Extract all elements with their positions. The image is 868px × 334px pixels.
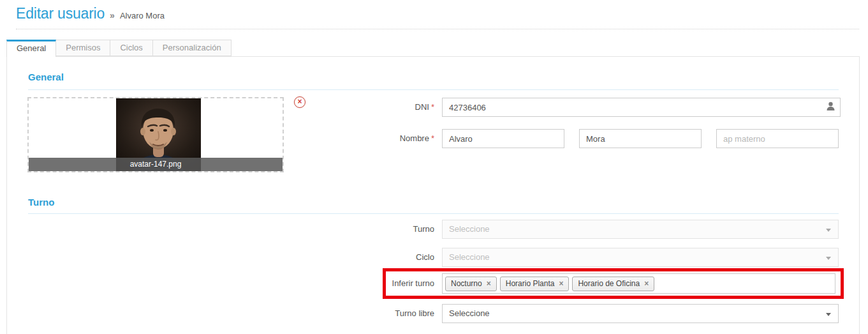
paternal-lastname-input[interactable] (579, 129, 702, 148)
close-icon: × (297, 97, 302, 106)
nombre-label: Nombre* (281, 129, 434, 148)
turno-select[interactable]: Seleccione (442, 220, 839, 239)
breadcrumb: Alvaro Mora (120, 11, 165, 20)
page-title: Editar usuario (16, 5, 105, 22)
remove-tag-icon[interactable]: × (644, 280, 649, 287)
section-heading-general: General (28, 72, 64, 82)
chevron-down-icon (826, 257, 831, 260)
tag-horario-planta[interactable]: Horario Planta × (500, 277, 570, 291)
first-name-input[interactable] (442, 129, 564, 148)
turno-libre-select[interactable]: Seleccione (442, 304, 839, 323)
required-marker: * (431, 102, 434, 112)
avatar-filename-bar: avatar-147.png (29, 158, 283, 171)
remove-avatar-button[interactable]: × (294, 96, 305, 108)
section-divider (28, 213, 839, 214)
dni-input[interactable] (442, 98, 841, 117)
header-divider (16, 29, 859, 29)
section-divider (28, 89, 839, 90)
tab-ciclos[interactable]: Ciclos (110, 40, 152, 56)
tab-bar: General Permisos Ciclos Personalización (6, 40, 232, 57)
chevron-down-icon (826, 313, 831, 316)
avatar-dropzone[interactable]: avatar-147.png (27, 97, 284, 172)
tab-permisos[interactable]: Permisos (55, 40, 110, 56)
tab-general[interactable]: General (6, 40, 56, 57)
breadcrumb-separator: » (110, 10, 115, 20)
remove-tag-icon[interactable]: × (559, 280, 563, 287)
page-header: Editar usuario » Alvaro Mora (16, 5, 165, 22)
required-marker: * (431, 133, 434, 143)
remove-tag-icon[interactable]: × (487, 280, 491, 287)
tag-horario-de-oficina[interactable]: Horario de Oficina × (572, 277, 654, 291)
chevron-down-icon (826, 229, 831, 232)
inferir-turno-multiselect[interactable]: Nocturno × Horario Planta × Horario de O… (442, 273, 835, 294)
tag-nocturno[interactable]: Nocturno × (445, 277, 497, 291)
inferir-turno-label: Inferir turno (281, 274, 434, 293)
ciclo-label: Ciclo (281, 248, 434, 267)
turno-label: Turno (281, 220, 434, 239)
section-heading-turno: Turno (28, 197, 54, 208)
tab-personalizacion[interactable]: Personalización (152, 40, 232, 56)
ciclo-select[interactable]: Seleccione (442, 248, 839, 267)
user-icon (827, 102, 835, 114)
turno-libre-label: Turno libre (281, 304, 434, 323)
maternal-lastname-input[interactable] (716, 129, 839, 148)
